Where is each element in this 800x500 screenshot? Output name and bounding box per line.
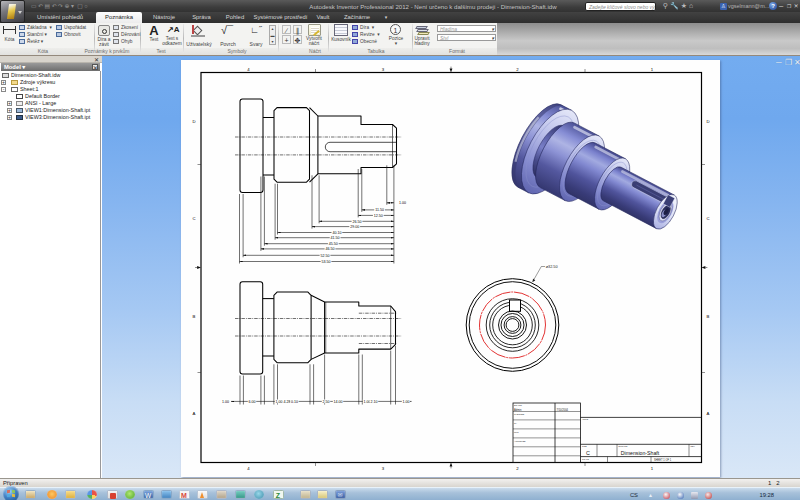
svg-text:QA: QA <box>514 422 518 424</box>
svg-text:SCALE: SCALE <box>582 458 589 460</box>
svg-text:3: 3 <box>382 466 385 471</box>
svg-text:12.50: 12.50 <box>374 214 383 218</box>
svg-text:29.00: 29.00 <box>350 225 359 229</box>
svg-text:6.00: 6.00 <box>249 400 256 404</box>
svg-text:DWG NO: DWG NO <box>619 445 628 447</box>
svg-text:C: C <box>586 450 590 456</box>
svg-text:14.00: 14.00 <box>334 400 343 404</box>
svg-text:⌀32.50: ⌀32.50 <box>546 265 558 269</box>
svg-text:B: B <box>707 314 710 319</box>
svg-text:1.00: 1.00 <box>222 400 229 404</box>
svg-text:0.10: 0.10 <box>291 400 298 404</box>
svg-text:A: A <box>193 411 196 416</box>
svg-text:2: 2 <box>516 466 519 471</box>
svg-text:52.50: 52.50 <box>321 254 330 258</box>
svg-text:SHEET 1 OF 1: SHEET 1 OF 1 <box>654 458 672 462</box>
svg-text:2.50: 2.50 <box>323 400 330 404</box>
svg-text:B: B <box>193 314 196 319</box>
svg-text:2.10: 2.10 <box>371 400 378 404</box>
svg-text:1: 1 <box>651 466 654 471</box>
svg-text:1: 1 <box>651 67 654 72</box>
svg-text:Admin: Admin <box>514 408 522 412</box>
svg-text:APPROVED: APPROVED <box>514 440 526 442</box>
svg-text:4: 4 <box>247 67 250 72</box>
svg-text:7/10/2004: 7/10/2004 <box>557 408 569 412</box>
svg-text:41.50: 41.50 <box>331 236 340 240</box>
svg-text:53.50: 53.50 <box>322 260 331 264</box>
svg-text:45.50: 45.50 <box>329 242 338 246</box>
svg-text:TITLE: TITLE <box>583 418 589 420</box>
svg-text:C: C <box>706 216 709 221</box>
svg-text:40.10: 40.10 <box>332 231 341 235</box>
svg-text:2: 2 <box>516 67 519 72</box>
svg-text:1.00: 1.00 <box>403 400 410 404</box>
svg-text:SIZE: SIZE <box>582 445 587 447</box>
svg-text:3: 3 <box>382 67 385 72</box>
svg-text:4.28: 4.28 <box>284 400 291 404</box>
svg-text:C: C <box>192 216 195 221</box>
svg-text:26.50: 26.50 <box>353 220 362 224</box>
svg-text:1.00: 1.00 <box>276 400 283 404</box>
svg-text:1.00: 1.00 <box>399 201 406 205</box>
svg-text:A: A <box>707 411 710 416</box>
svg-text:D: D <box>706 119 709 124</box>
svg-text:REV: REV <box>691 445 696 447</box>
svg-text:CHECKED: CHECKED <box>514 413 525 415</box>
svg-text:46.50: 46.50 <box>326 247 335 251</box>
svg-text:1.00: 1.00 <box>364 400 371 404</box>
svg-text:MFG: MFG <box>514 431 519 433</box>
svg-text:Dimension-Shaft: Dimension-Shaft <box>621 450 660 456</box>
svg-text:D: D <box>192 119 195 124</box>
svg-text:DRAWN: DRAWN <box>514 404 522 406</box>
svg-text:11.50: 11.50 <box>375 208 384 212</box>
svg-text:4: 4 <box>247 466 250 471</box>
